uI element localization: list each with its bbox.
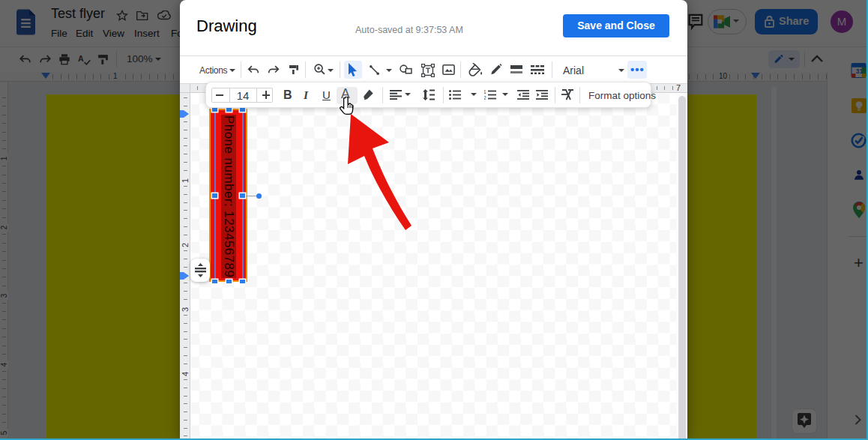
svg-text:1: 1 <box>484 90 486 94</box>
svg-text:2: 2 <box>484 95 486 100</box>
